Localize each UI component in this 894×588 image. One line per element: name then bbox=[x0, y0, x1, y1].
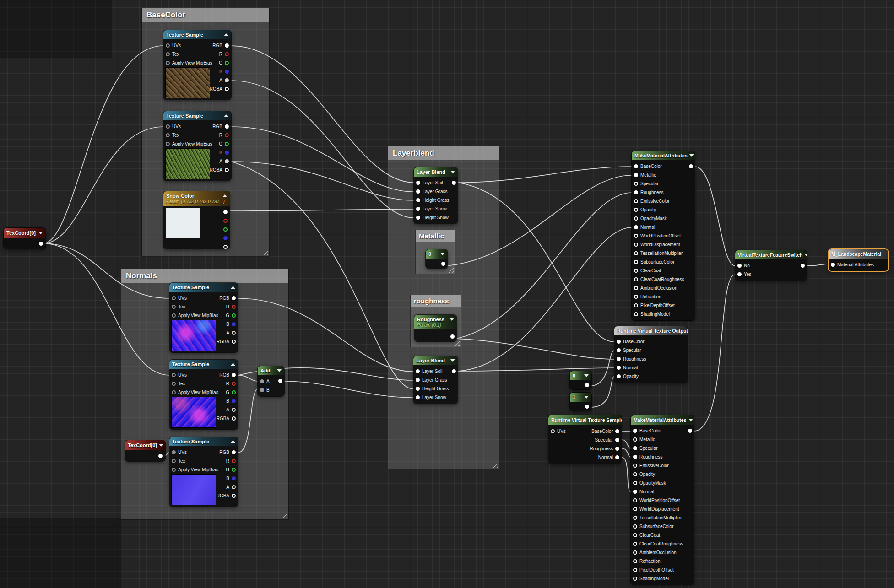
resize-handle-icon[interactable] bbox=[492, 462, 498, 468]
color-swatch[interactable] bbox=[166, 208, 200, 238]
pin-input[interactable]: Specular bbox=[631, 444, 694, 453]
pin-dot[interactable] bbox=[232, 485, 236, 489]
pin-output-dot[interactable] bbox=[158, 454, 163, 458]
pin-dot[interactable] bbox=[232, 331, 236, 335]
pin-dot[interactable] bbox=[232, 416, 236, 421]
pin-input[interactable]: Apply View MipBias bbox=[169, 465, 217, 474]
node-header[interactable]: VirtualTextureFeatureSwitch bbox=[735, 250, 807, 259]
pin-input[interactable]: EmissiveColor bbox=[632, 197, 695, 205]
pin-input[interactable]: Tex bbox=[163, 131, 210, 140]
pin-input[interactable]: ClearCoat bbox=[632, 266, 695, 275]
pin-dot[interactable] bbox=[634, 190, 638, 194]
pin-dot[interactable] bbox=[634, 277, 638, 281]
pin-dot[interactable] bbox=[617, 374, 621, 378]
node-header[interactable]: MakeMaterialAttributes bbox=[631, 415, 694, 425]
pin-output[interactable]: R bbox=[217, 302, 238, 311]
pin-dot[interactable] bbox=[223, 236, 228, 240]
pin-dot[interactable] bbox=[416, 216, 420, 220]
pin-output[interactable]: RGB bbox=[217, 371, 238, 379]
pin-output[interactable] bbox=[213, 234, 230, 243]
pin-dot[interactable] bbox=[617, 340, 621, 344]
node-landscape-material-result[interactable]: M_LandscapeMaterial Material Attributes bbox=[829, 249, 888, 271]
collapse-icon[interactable] bbox=[231, 440, 235, 443]
pin-output[interactable]: G bbox=[217, 465, 238, 474]
pin-output[interactable]: RGB bbox=[217, 294, 238, 302]
node-make-material-attributes-2[interactable]: MakeMaterialAttributes BaseColorMetallic… bbox=[631, 415, 694, 585]
pin-dot[interactable] bbox=[633, 429, 637, 433]
node-header[interactable]: Texture Sample bbox=[163, 30, 231, 39]
pin-input[interactable]: UVs bbox=[169, 448, 217, 457]
pin-dot[interactable] bbox=[633, 542, 637, 546]
pin-dot[interactable] bbox=[615, 438, 619, 442]
node-header[interactable]: TexCoord[0] bbox=[4, 228, 46, 238]
dropdown-icon[interactable] bbox=[159, 444, 163, 447]
pin-input[interactable]: Normal bbox=[632, 223, 695, 232]
pin-output-dot[interactable] bbox=[452, 181, 456, 185]
pin-dot[interactable] bbox=[634, 269, 638, 273]
pin-input[interactable]: Opacity bbox=[631, 470, 694, 479]
node-header[interactable]: Layer Blend bbox=[413, 356, 458, 365]
pin-output[interactable] bbox=[213, 208, 230, 216]
pin-dot[interactable] bbox=[416, 189, 420, 194]
pin-dot[interactable] bbox=[416, 387, 420, 391]
pin-input[interactable]: BaseColor bbox=[631, 426, 694, 435]
node-header[interactable]: Runtime Virtual Texture Sample bbox=[548, 415, 622, 425]
pin-dot[interactable] bbox=[633, 498, 637, 502]
pin-input[interactable]: OpacityMask bbox=[631, 479, 694, 487]
pin-output-dot[interactable] bbox=[801, 264, 805, 268]
pin-input[interactable]: WorldDisplacement bbox=[631, 505, 694, 513]
dropdown-icon[interactable] bbox=[584, 396, 589, 399]
pin-dot[interactable] bbox=[225, 43, 229, 48]
pin-dot[interactable] bbox=[232, 399, 236, 403]
node-header[interactable]: 0 bbox=[426, 249, 448, 259]
node-runtime-virtual-texture-sample[interactable]: Runtime Virtual Texture Sample UVs BaseC… bbox=[548, 415, 622, 464]
dropdown-icon[interactable] bbox=[584, 374, 589, 377]
pin-output[interactable]: RGBA bbox=[217, 414, 238, 423]
node-header[interactable]: Texture Sample bbox=[163, 111, 231, 120]
pin-dot[interactable] bbox=[223, 245, 228, 249]
pin-dot[interactable] bbox=[223, 219, 228, 223]
comment-title[interactable]: roughness bbox=[411, 295, 461, 307]
pin-dot[interactable] bbox=[232, 494, 236, 498]
pin-dot[interactable] bbox=[166, 142, 170, 146]
comment-title[interactable]: BaseColor bbox=[142, 8, 269, 22]
pin-dot[interactable] bbox=[634, 312, 638, 316]
pin-dot[interactable] bbox=[634, 216, 638, 221]
pin-input[interactable]: OpacityMask bbox=[632, 214, 695, 223]
pin-dot[interactable] bbox=[615, 447, 619, 451]
pin-dot[interactable] bbox=[232, 322, 236, 326]
pin-input[interactable]: Layer Grass bbox=[413, 376, 458, 384]
pin-dot[interactable] bbox=[551, 429, 555, 433]
node-add[interactable]: Add AB bbox=[258, 366, 284, 396]
pin-dot[interactable] bbox=[634, 251, 638, 255]
pin-output[interactable]: R bbox=[210, 131, 231, 140]
pin-input[interactable]: Apply View MipBias bbox=[169, 311, 217, 320]
pin-output[interactable]: B bbox=[217, 320, 238, 329]
pin-dot[interactable] bbox=[225, 70, 229, 74]
pin-output[interactable]: RGB bbox=[210, 122, 231, 131]
pin-output[interactable]: R bbox=[217, 457, 238, 465]
pin-dot[interactable] bbox=[223, 227, 228, 232]
pin-input[interactable]: UVs bbox=[163, 122, 210, 131]
pin-output[interactable]: A bbox=[210, 76, 231, 85]
node-texture-sample-normal-3[interactable]: Texture Sample UVsTexApply View MipBias … bbox=[169, 437, 238, 507]
pin-dot[interactable] bbox=[225, 151, 229, 155]
pin-dot[interactable] bbox=[225, 52, 229, 56]
pin-dot[interactable] bbox=[634, 303, 638, 307]
pin-input[interactable]: ClearCoatRoughness bbox=[631, 539, 694, 548]
pin-output[interactable]: R bbox=[210, 50, 231, 59]
comment-title[interactable]: Normals bbox=[121, 269, 288, 283]
pin-input[interactable]: Tex bbox=[169, 379, 217, 388]
pin-dot[interactable] bbox=[633, 490, 637, 494]
pin-input[interactable]: Roughness bbox=[631, 453, 694, 461]
pin-dot[interactable] bbox=[633, 550, 637, 555]
pin-dot[interactable] bbox=[232, 340, 236, 344]
pin-input[interactable]: UVs bbox=[548, 427, 580, 436]
node-texture-sample-soil[interactable]: Texture Sample UVsTexApply View MipBias … bbox=[163, 30, 231, 100]
node-layer-blend-1[interactable]: Layer Blend Layer SoilLayer GrassHeight … bbox=[414, 167, 458, 224]
pin-dot[interactable] bbox=[172, 373, 176, 377]
pin-dot[interactable] bbox=[232, 313, 236, 318]
node-header[interactable]: 1 bbox=[570, 393, 591, 402]
node-texcoord-1[interactable]: TexCoord[0] bbox=[4, 228, 46, 249]
pin-output[interactable]: G bbox=[210, 140, 231, 148]
